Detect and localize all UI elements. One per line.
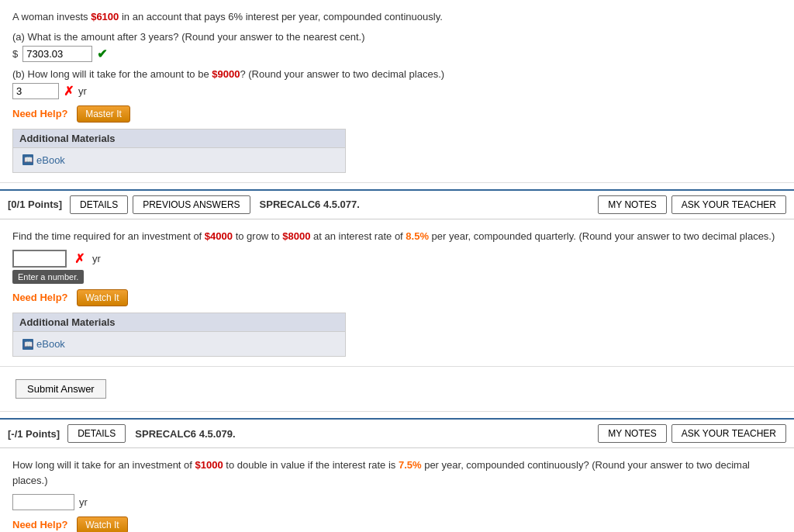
need-help-label-third: Need Help? xyxy=(12,519,68,530)
add-mat-header-top: Additional Materials xyxy=(13,130,345,148)
need-help-top: Need Help? Master It xyxy=(12,105,782,123)
my-notes-button-second[interactable]: MY NOTES xyxy=(598,195,666,214)
additional-materials-top: Additional Materials 📖 eBook xyxy=(12,129,346,173)
problem-intro-text2: in an account that pays 6% interest per … xyxy=(119,11,442,22)
part-b-answer-row: ✗ yr xyxy=(12,83,782,99)
toolbar-right-second: MY NOTES ASK YOUR TEACHER xyxy=(598,195,786,214)
wrong-mark-second: ✗ xyxy=(74,251,85,266)
prev-answers-button[interactable]: PREVIOUS ANSWERS xyxy=(133,195,250,214)
need-help-second: Need Help? Watch It xyxy=(12,289,782,306)
part-b-input[interactable] xyxy=(12,83,59,99)
details-button-second[interactable]: DETAILS xyxy=(70,195,128,214)
part-a-input[interactable] xyxy=(22,46,92,62)
need-help-third: Need Help? Watch It xyxy=(12,516,782,532)
problem-code-third: SPRECALC6 4.5.079. xyxy=(135,428,235,440)
my-notes-button-third[interactable]: MY NOTES xyxy=(598,424,666,443)
correct-mark-a: ✔ xyxy=(97,47,107,61)
problem-text-second: Find the time required for an investment… xyxy=(12,229,782,244)
ebook-label-second: eBook xyxy=(36,338,65,350)
points-badge-third: [-/1 Points] xyxy=(8,428,60,440)
unit-yr-third: yr xyxy=(79,496,88,508)
problem-text-third: How long will it take for an investment … xyxy=(12,458,782,488)
ebook-label-top: eBook xyxy=(36,154,65,166)
problem-text-top: A woman invests $6100 in an account that… xyxy=(12,9,782,25)
part-b-label: (b) How long will it take for the amount… xyxy=(12,68,782,80)
tooltip-second: Enter a number. xyxy=(12,270,84,284)
third-section-toolbar: [-/1 Points] DETAILS SPRECALC6 4.5.079. … xyxy=(0,418,794,448)
add-mat-body-second: 📖 eBook xyxy=(13,332,345,356)
grow-amount-second: $8000 xyxy=(282,230,310,242)
submit-row: Submit Answer xyxy=(0,367,794,412)
part-b-amount: $9000 xyxy=(212,68,240,80)
dollar-sign-a: $ xyxy=(12,48,18,60)
need-help-label-top: Need Help? xyxy=(12,108,68,119)
ask-teacher-button-third[interactable]: ASK YOUR TEACHER xyxy=(671,424,786,443)
second-answer-input[interactable] xyxy=(12,250,67,268)
problem-code-second: SPRECALC6 4.5.077. xyxy=(260,199,360,210)
invest-amount-top: $6100 xyxy=(91,11,119,22)
need-help-label-second: Need Help? xyxy=(12,292,68,303)
rate-third: 7.5% xyxy=(399,459,422,471)
third-answer-input[interactable] xyxy=(12,494,74,510)
watch-it-button-second[interactable]: Watch It xyxy=(77,289,128,306)
ask-teacher-button-second[interactable]: ASK YOUR TEACHER xyxy=(671,195,786,214)
problem-intro-text: A woman invests xyxy=(12,11,91,22)
ebook-icon-top: 📖 xyxy=(22,154,33,165)
ebook-link-top[interactable]: 📖 eBook xyxy=(22,154,336,166)
invest-amount-third: $1000 xyxy=(195,459,223,471)
input-wrapper-second: Enter a number. xyxy=(12,250,67,268)
add-mat-body-top: 📖 eBook xyxy=(13,148,345,172)
wrong-mark-b: ✗ xyxy=(64,84,74,98)
ebook-link-second[interactable]: 📖 eBook xyxy=(22,338,336,350)
part-a-label: (a) What is the amount after 3 years? (R… xyxy=(12,31,782,43)
unit-yr-second: yr xyxy=(92,253,101,264)
second-section-toolbar: [0/1 Points] DETAILS PREVIOUS ANSWERS SP… xyxy=(0,189,794,219)
part-a-answer-row: $ ✔ xyxy=(12,46,782,62)
third-answer-row: yr xyxy=(12,494,782,510)
add-mat-header-second: Additional Materials xyxy=(13,313,345,332)
second-section: Find the time required for an investment… xyxy=(0,219,794,368)
rate-second: 8.5% xyxy=(406,230,429,242)
third-section: How long will it take for an investment … xyxy=(0,448,794,532)
master-it-button-top[interactable]: Master It xyxy=(77,105,130,123)
points-badge-second: [0/1 Points] xyxy=(8,199,62,210)
unit-yr-b: yr xyxy=(78,85,87,97)
submit-answer-button[interactable]: Submit Answer xyxy=(16,379,106,399)
ebook-icon-second: 📖 xyxy=(22,339,33,350)
additional-materials-second: Additional Materials 📖 eBook xyxy=(12,313,346,357)
second-answer-row: Enter a number. ✗ yr xyxy=(12,250,782,268)
invest-amount-second: $4000 xyxy=(205,230,233,242)
details-button-third[interactable]: DETAILS xyxy=(67,424,126,443)
toolbar-right-third: MY NOTES ASK YOUR TEACHER xyxy=(598,424,786,443)
watch-it-button-third[interactable]: Watch It xyxy=(77,516,128,532)
top-section: A woman invests $6100 in an account that… xyxy=(0,0,794,183)
